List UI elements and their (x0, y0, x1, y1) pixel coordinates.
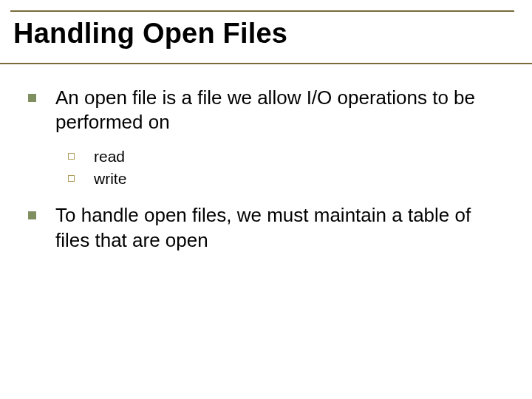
hollow-square-bullet-icon (68, 153, 75, 160)
hollow-square-bullet-icon (68, 175, 75, 182)
bullet-level1: To handle open files, we must maintain a… (28, 203, 505, 253)
slide: Handling Open Files An open file is a fi… (0, 0, 532, 399)
bullet-level2: read (68, 146, 505, 168)
title-rule-bottom (0, 63, 532, 64)
bullet-level2: write (68, 168, 505, 190)
slide-body: An open file is a file we allow I/O oper… (28, 86, 505, 263)
sub-list: read write (68, 146, 505, 191)
sub-bullet-text: write (94, 168, 505, 190)
bullet-level1: An open file is a file we allow I/O oper… (28, 86, 505, 135)
bullet-text: An open file is a file we allow I/O oper… (55, 86, 505, 135)
title-area: Handling Open Files (10, 10, 514, 61)
title-rule-top (10, 10, 514, 12)
square-bullet-icon (28, 211, 36, 219)
bullet-text: To handle open files, we must maintain a… (55, 203, 505, 253)
slide-title: Handling Open Files (10, 10, 514, 57)
square-bullet-icon (28, 94, 36, 102)
sub-bullet-text: read (94, 146, 505, 168)
